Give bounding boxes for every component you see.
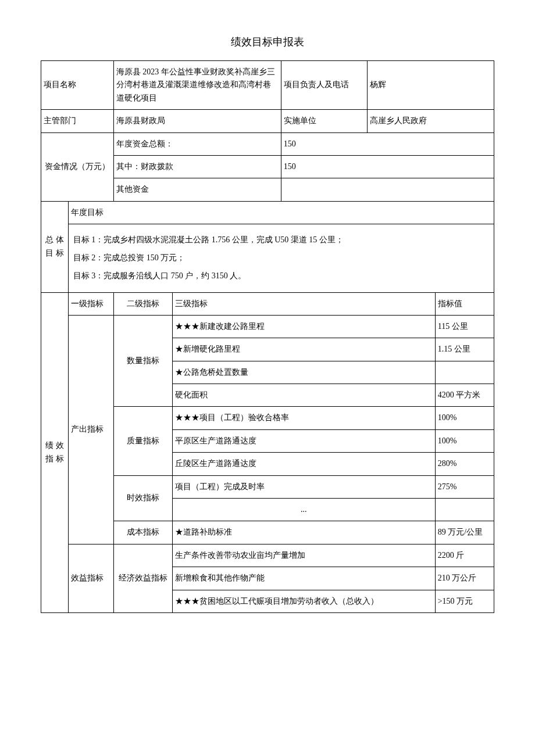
funds-total-value: 150 [281,132,494,155]
indicator-name: ★★★新建改建公路里程 [172,315,435,338]
indicator-value: >150 万元 [435,590,494,612]
goal-1: 目标 1：完成乡村四级水泥混凝土公路 1.756 公里，完成 U50 渠道 15… [73,231,489,249]
indicator-value: 210 万公斤 [435,567,494,590]
time-label: 时效指标 [113,475,172,521]
table-row: 资金情况（万元） 年度资金总额： 150 [41,132,494,155]
indicator-name: ★公路危桥处置数量 [172,361,435,384]
indicator-name: ★新增硬化路里程 [172,338,435,361]
funds-fiscal-label: 其中：财政拨款 [113,155,281,178]
project-name-label: 项目名称 [41,61,114,110]
overall-section-label: 总 体目 标 [41,201,69,292]
indicator-name: ★道路补助标准 [172,521,435,544]
indicator-value [435,361,494,384]
table-row: 项目名称 海原县 2023 年公益性事业财政奖补高崖乡三分湾村巷道及灌溉渠道维修… [41,61,494,110]
page-title: 绩效目标申报表 [41,35,494,49]
indicator-value: 1.15 公里 [435,338,494,361]
project-owner-label: 项目负责人及电话 [281,61,367,110]
department-label: 主管部门 [41,110,114,132]
indicator-value: 2200 斤 [435,544,494,567]
implement-unit-label: 实施单位 [281,110,367,132]
indicator-value [435,499,494,521]
funds-other-label: 其他资金 [113,178,281,201]
indicator-name: 硬化面积 [172,384,435,407]
project-name-value: 海原县 2023 年公益性事业财政奖补高崖乡三分湾村巷道及灌溉渠道维修改造和高湾… [113,61,281,110]
department-value: 海原县财政局 [113,110,281,132]
declaration-table: 项目名称 海原县 2023 年公益性事业财政奖补高崖乡三分湾村巷道及灌溉渠道维修… [41,60,494,613]
table-row: 总 体目 标 年度目标 [41,201,494,224]
indicator-value: 4200 平方米 [435,384,494,407]
indicators-section-label: 绩 效指 标 [41,292,69,612]
indicator-name: ★★★项目（工程）验收合格率 [172,407,435,429]
indicator-value: 280% [435,453,494,475]
table-row: 目标 1：完成乡村四级水泥混凝土公路 1.756 公里，完成 U50 渠道 15… [41,224,494,292]
indicator-value: 89 万元/公里 [435,521,494,544]
benefit-label: 效益指标 [68,544,113,612]
quality-label: 质量指标 [113,407,172,475]
table-row: 产出指标 数量指标 ★★★新建改建公路里程 115 公里 [41,315,494,338]
overall-goals: 目标 1：完成乡村四级水泥混凝土公路 1.756 公里，完成 U50 渠道 15… [68,224,494,292]
col-level1: 一级指标 [68,292,113,315]
goal-3: 目标 3：完成服务沿线人口 750 户，约 3150 人。 [73,267,489,285]
indicator-name: 丘陵区生产道路通达度 [172,453,435,475]
goal-2: 目标 2：完成总投资 150 万元； [73,249,489,267]
indicator-name: 新增粮食和其他作物产能 [172,567,435,590]
project-owner-value: 杨辉 [367,61,494,110]
cost-label: 成本指标 [113,521,172,544]
funds-other-value [281,178,494,201]
indicator-value: 100% [435,407,494,429]
indicator-name: 生产条件改善带动农业亩均产量增加 [172,544,435,567]
table-row: 绩 效指 标 一级指标 二级指标 三级指标 指标值 [41,292,494,315]
col-level2: 二级指标 [113,292,172,315]
annual-goal-label: 年度目标 [68,201,494,224]
indicator-name: ★★★贫困地区以工代赈项目增加劳动者收入（总收入） [172,590,435,612]
indicator-value: 100% [435,429,494,452]
table-row: 主管部门 海原县财政局 实施单位 高崖乡人民政府 [41,110,494,132]
funds-fiscal-value: 150 [281,155,494,178]
implement-unit-value: 高崖乡人民政府 [367,110,494,132]
indicator-name: 项目（工程）完成及时率 [172,475,435,498]
col-level3: 三级指标 [172,292,435,315]
indicator-value: 275% [435,475,494,498]
funds-section-label: 资金情况（万元） [41,132,114,201]
col-value: 指标值 [435,292,494,315]
quantity-label: 数量指标 [113,315,172,407]
indicator-value: 115 公里 [435,315,494,338]
economic-label: 经济效益指标 [113,544,172,612]
output-label: 产出指标 [68,315,113,544]
table-row: 效益指标 经济效益指标 生产条件改善带动农业亩均产量增加 2200 斤 [41,544,494,567]
indicator-name: ... [172,499,435,521]
indicator-name: 平原区生产道路通达度 [172,429,435,452]
funds-total-label: 年度资金总额： [113,132,281,155]
